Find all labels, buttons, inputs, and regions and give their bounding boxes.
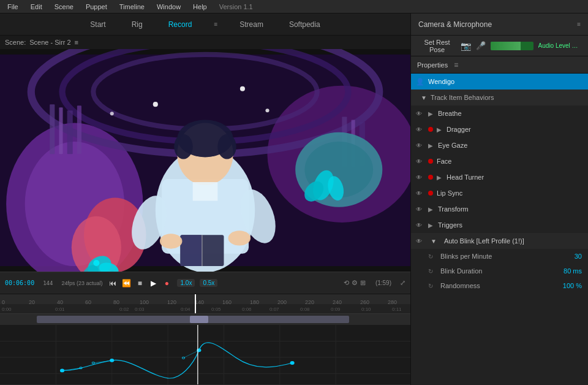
nav-softpedia[interactable]: Softpedia — [285, 18, 324, 31]
eye-triggers[interactable]: 👁 — [416, 222, 424, 229]
behaviors-expand-arrow: ▼ — [421, 94, 427, 101]
eye-lipsync[interactable]: 👁 — [416, 190, 424, 197]
svg-rect-8 — [59, 107, 62, 154]
ruler-tick-4: 80 — [113, 299, 119, 304]
arrow-headturner[interactable]: ▶ — [437, 174, 443, 181]
menu-help[interactable]: Help — [190, 2, 209, 12]
menu-file[interactable]: File — [5, 2, 21, 12]
track-name-face: Face — [437, 158, 451, 165]
cam-mic-menu-icon[interactable]: ≡ — [577, 21, 581, 28]
blink-prop-value-0[interactable]: 30 — [575, 253, 582, 260]
blink-prop-value-2[interactable]: 100 % — [563, 282, 582, 289]
settings-icon[interactable]: ⚙ — [352, 279, 358, 287]
arrow-triggers[interactable]: ▶ — [428, 222, 434, 229]
eye-breathe[interactable]: 👁 — [416, 110, 424, 117]
svg-point-16 — [265, 109, 269, 112]
track-headturner[interactable]: 👁 ▶ Head Turner — [411, 169, 588, 185]
auto-blink-header[interactable]: 👁 ▼ Auto Blink [Left Profile (1!)] — [411, 233, 588, 249]
track-name-eyegaze: Eye Gaze — [438, 142, 467, 149]
eye-face[interactable]: 👁 — [416, 158, 424, 165]
dot-dragger — [428, 127, 433, 132]
puppet-icon: 👤 — [416, 78, 424, 86]
menu-timeline[interactable]: Timeline — [117, 2, 147, 12]
track-segment-bar — [0, 314, 410, 325]
eye-eyegaze[interactable]: 👁 — [416, 142, 424, 149]
track-triggers[interactable]: 👁 ▶ Triggers — [411, 217, 588, 233]
zoom-display: (1:59) — [375, 280, 391, 286]
loop-icon[interactable]: ⟲ — [344, 279, 349, 287]
nav-stream[interactable]: Stream — [236, 18, 267, 31]
track-breathe[interactable]: 👁 ▶ Breathe — [411, 105, 588, 121]
ruler-tick-3: 60 — [85, 299, 91, 304]
menu-puppet[interactable]: Puppet — [83, 2, 110, 12]
track-name-headturner: Head Turner — [447, 173, 484, 181]
go-to-start-button[interactable]: ⏮ — [107, 278, 118, 289]
track-behaviors-header[interactable]: ▼ Track Item Behaviors — [411, 90, 588, 105]
right-panel: Camera & Microphone ≡ Set Rest Pose 📷 🎤 … — [410, 13, 588, 385]
track-name-dragger: Dragger — [447, 126, 471, 133]
timecode-display: 00:06:00 — [5, 280, 34, 286]
eye-headturner[interactable]: 👁 — [416, 174, 424, 181]
stop-button[interactable]: ■ — [134, 278, 145, 289]
properties-header: Properties ≡ — [411, 56, 588, 74]
ruler-tick-0: 0 — [2, 299, 5, 304]
eye-autoblink[interactable]: 👁 — [416, 238, 424, 245]
track-name-transform: Transform — [438, 205, 469, 213]
svg-point-57 — [290, 361, 295, 365]
svg-rect-10 — [77, 105, 81, 154]
playback-rate[interactable]: 1.0x — [177, 279, 195, 287]
ruler-time-8: 0:08 — [300, 307, 310, 312]
eye-dragger[interactable]: 👁 — [416, 126, 424, 133]
nav-rig[interactable]: Rig — [128, 18, 146, 31]
track-eyegaze[interactable]: 👁 ▶ Eye Gaze — [411, 137, 588, 153]
ruler-tick-13: 260 — [360, 299, 369, 304]
ruler-time-1: 0:01 — [55, 307, 65, 312]
arrow-eyegaze[interactable]: ▶ — [428, 142, 434, 149]
svg-rect-39 — [180, 235, 202, 266]
playback-rate2[interactable]: 0.5x — [200, 279, 217, 287]
nav-start[interactable]: Start — [86, 18, 109, 31]
scene-menu-icon[interactable]: ≡ — [75, 39, 78, 46]
ruler-tick-14: 280 — [388, 299, 397, 304]
svg-point-36 — [217, 134, 236, 159]
track-transform[interactable]: 👁 ▶ Transform — [411, 201, 588, 217]
ruler-tick-8: 160 — [222, 299, 232, 304]
transport-bar: 00:06:00 144 24fps (23 actual) ⏮ ⏪ ■ ▶ ●… — [0, 272, 410, 294]
cycle-icon-0: ↻ — [428, 253, 437, 260]
puppet-row[interactable]: 👤 Wendigo — [411, 74, 588, 90]
frame-display: 144 — [43, 280, 53, 286]
blink-prop-name-0: Blinks per Minute — [440, 253, 571, 260]
play-button[interactable]: ▶ — [148, 278, 159, 289]
menu-window[interactable]: Window — [154, 2, 183, 12]
puppet-name: Wendigo — [428, 78, 454, 85]
blink-properties: ↻ Blinks per Minute 30 ↻ Blink Duration … — [411, 249, 588, 293]
track-name-triggers: Triggers — [438, 221, 462, 229]
ruler-time-0: 0:00 — [2, 307, 12, 312]
blink-prop-1: ↻ Blink Duration 80 ms — [411, 264, 588, 278]
track-lipsync[interactable]: 👁 Lip Sync — [411, 185, 588, 201]
eye-transform[interactable]: 👁 — [416, 206, 424, 213]
step-back-button[interactable]: ⏪ — [121, 278, 132, 289]
arrow-transform[interactable]: ▶ — [428, 206, 434, 213]
expand-icon[interactable]: ⤢ — [400, 279, 405, 287]
track-dragger[interactable]: 👁 ▶ Dragger — [411, 121, 588, 137]
dot-lipsync — [428, 191, 433, 196]
menu-scene[interactable]: Scene — [52, 2, 76, 12]
ruler-tick-9: 180 — [250, 299, 259, 304]
svg-point-43 — [160, 234, 183, 248]
microphone-icon: 🎤 — [476, 41, 486, 50]
set-rest-pose-button[interactable]: Set Rest Pose — [418, 39, 456, 53]
menu-edit[interactable]: Edit — [28, 2, 45, 12]
arrow-breathe[interactable]: ▶ — [428, 110, 434, 117]
arrow-dragger[interactable]: ▶ — [437, 126, 443, 133]
blink-prop-value-1[interactable]: 80 ms — [564, 267, 582, 275]
nav-record[interactable]: Record — [165, 18, 196, 31]
record-button[interactable]: ● — [161, 278, 172, 289]
audio-level-fill — [491, 42, 521, 50]
snap-icon[interactable]: ⊞ — [360, 279, 366, 287]
nav-more-icon[interactable]: ≡ — [214, 21, 217, 28]
ruler-tick-5: 100 — [140, 299, 149, 304]
blink-prop-name-2: Randomness — [440, 282, 559, 289]
track-face[interactable]: 👁 Face — [411, 153, 588, 169]
properties-menu-icon[interactable]: ≡ — [454, 61, 458, 69]
